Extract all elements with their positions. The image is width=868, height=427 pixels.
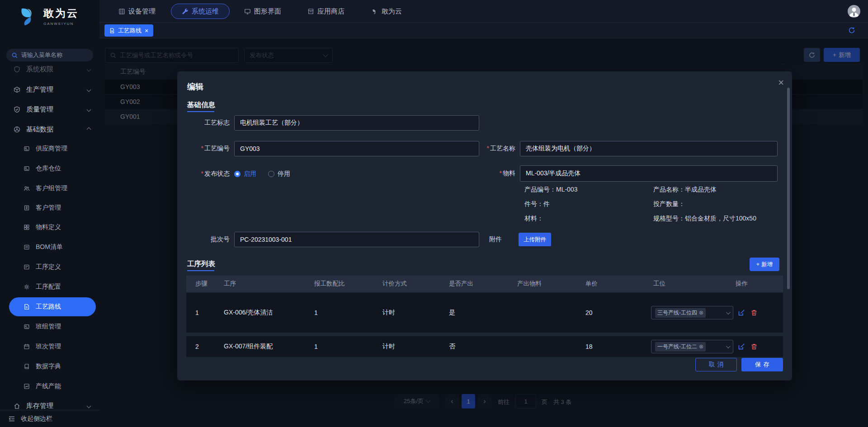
steps-section-title: 工序列表 xyxy=(187,259,215,269)
chevron-up-icon xyxy=(87,127,91,131)
doc-lines-icon xyxy=(24,264,30,270)
user-avatar[interactable] xyxy=(848,5,860,18)
boxes-icon xyxy=(24,224,30,230)
cube-icon xyxy=(14,86,20,93)
sidebar-item-supplier[interactable]: 供应商管理 xyxy=(0,141,99,157)
butterfly-icon xyxy=(372,8,378,15)
shield-check-icon xyxy=(14,106,20,113)
sidebar-item-production[interactable]: 生产管理 xyxy=(0,81,99,98)
process-code-input[interactable] xyxy=(234,141,479,156)
section-underline xyxy=(187,270,214,271)
tab-bar: 工艺路线 × xyxy=(99,23,868,38)
delete-step-icon[interactable] xyxy=(750,309,758,316)
radio-dot xyxy=(234,171,241,177)
sidebar-item-process-config[interactable]: 工序配置 xyxy=(0,279,99,295)
sidebar-item-process-route[interactable]: 工艺路线 xyxy=(9,297,96,316)
nav-item-system-ops[interactable]: 系统运维 xyxy=(171,4,230,19)
product-code-info: 产品编号：ML-003 xyxy=(524,186,577,194)
modal-scrollbar[interactable] xyxy=(787,88,790,289)
process-flag-input[interactable] xyxy=(234,115,479,131)
publish-status-label: *发布状态 xyxy=(184,170,230,178)
edit-step-icon[interactable] xyxy=(738,309,745,316)
tab-close-icon[interactable]: × xyxy=(145,28,148,34)
menu-search-placeholder: 请输入菜单名称 xyxy=(21,51,62,59)
process-flag-label: 工艺标志 xyxy=(184,119,230,127)
edit-step-icon[interactable] xyxy=(738,343,745,350)
part-no-info: 件号：件 xyxy=(524,200,550,208)
collapse-sidebar-button[interactable]: 收起侧边栏 xyxy=(0,410,99,427)
nav-item-app-store[interactable]: 应用商店 xyxy=(307,0,344,23)
chevron-down-icon xyxy=(87,404,91,408)
chevron-down-icon xyxy=(726,344,731,348)
steps-table-header: 步骤 工序 报工数配比 计价方式 是否产出 产出物料 单价 工位 操作 xyxy=(186,276,783,292)
sidebar-item-basic-data[interactable]: 基础数据 xyxy=(0,121,99,137)
nav-item-graphic-interface[interactable]: 图形界面 xyxy=(244,0,281,23)
search-icon xyxy=(12,52,18,58)
home-icon xyxy=(14,403,20,409)
spec-model-info: 规格型号：铝合金材质，尺寸100x50 xyxy=(653,215,756,223)
station-tag: 三号产线-工位四 ⊗ xyxy=(655,308,706,318)
doc-lines-icon xyxy=(24,244,30,250)
sidebar-item-team[interactable]: 班组管理 xyxy=(0,319,99,335)
chart-icon xyxy=(24,383,30,389)
sidebar-item-warehouse[interactable]: 仓库仓位 xyxy=(0,160,99,177)
save-button[interactable]: 保存 xyxy=(741,358,783,371)
radio-dot xyxy=(268,171,274,177)
cancel-button[interactable]: 取消 xyxy=(695,358,737,371)
add-step-button[interactable]: + 新增 xyxy=(750,258,779,271)
radio-disabled[interactable]: 停用 xyxy=(268,170,290,178)
contact-icon xyxy=(24,205,30,211)
nav-item-ganweiyun[interactable]: 敢为云 xyxy=(372,0,402,23)
brand-subtitle: GANWEIYUN xyxy=(43,22,79,26)
sidebar-item-dictionary[interactable]: 数据字典 xyxy=(0,358,99,375)
sidebar-item-system-permission[interactable]: 系统权限 xyxy=(0,61,99,77)
book-icon xyxy=(24,363,30,370)
store-icon xyxy=(307,8,314,15)
station-select[interactable]: 一号产线-工位二 ⊗ xyxy=(651,340,733,353)
menu-search-input[interactable]: 请输入菜单名称 xyxy=(6,49,93,61)
sidebar-item-customer-group[interactable]: 客户组管理 xyxy=(0,180,99,197)
process-name-input[interactable] xyxy=(520,141,778,156)
butterfly-logo-icon xyxy=(19,5,39,27)
close-icon[interactable]: × xyxy=(778,78,784,88)
users-icon xyxy=(24,185,30,192)
upload-attachment-button[interactable]: 上传附件 xyxy=(519,233,551,246)
batch-no-input[interactable] xyxy=(234,232,479,247)
card-icon xyxy=(24,165,30,172)
tag-remove-icon[interactable]: ⊗ xyxy=(699,310,703,316)
attachment-label: 附件 xyxy=(462,235,502,244)
tag-remove-icon[interactable]: ⊗ xyxy=(699,343,703,350)
chevron-down-icon xyxy=(726,310,731,314)
section-underline xyxy=(187,111,214,112)
edit-dialog: × 编辑 基础信息 工艺标志 *工艺编号 *工艺名称 *发布状态 启用 停用 *… xyxy=(177,71,792,380)
tab-process-route[interactable]: 工艺路线 × xyxy=(104,24,153,37)
material-input[interactable] xyxy=(520,165,778,182)
dialog-title: 编辑 xyxy=(187,81,203,92)
step-row: 2 GX-007/组件装配 1 计时 否 18 一号产线-工位二 ⊗ xyxy=(186,336,783,357)
sidebar-item-quality[interactable]: 质量管理 xyxy=(0,101,99,117)
refresh-tab-icon[interactable] xyxy=(848,27,855,34)
sidebar-item-capacity[interactable]: 产线产能 xyxy=(0,378,99,394)
basic-info-section-title: 基础信息 xyxy=(187,100,215,110)
sidebar-item-customer[interactable]: 客户管理 xyxy=(0,200,99,216)
brand-logo: 敢为云 GANWEIYUN xyxy=(19,5,79,27)
process-code-label: *工艺编号 xyxy=(184,145,230,153)
monitor-icon xyxy=(244,8,251,15)
chevron-down-icon xyxy=(87,87,91,92)
card-icon xyxy=(24,145,30,152)
station-tag: 一号产线-工位二 ⊗ xyxy=(655,342,706,352)
calendar-icon xyxy=(24,343,30,350)
station-select[interactable]: 三号产线-工位四 ⊗ xyxy=(651,306,733,319)
radio-enabled[interactable]: 启用 xyxy=(234,170,256,178)
sidebar-item-process-define[interactable]: 工序定义 xyxy=(0,259,99,275)
sidebar-item-material[interactable]: 物料定义 xyxy=(0,219,99,235)
production-qty-info: 投产数量： xyxy=(653,200,685,208)
nav-item-device-management[interactable]: 设备管理 xyxy=(118,0,156,23)
delete-step-icon[interactable] xyxy=(750,343,758,350)
collapse-icon xyxy=(8,415,15,422)
gear-icon xyxy=(24,284,30,290)
sidebar-item-shift[interactable]: 班次管理 xyxy=(0,338,99,355)
sidebar-item-bom[interactable]: BOM清单 xyxy=(0,239,99,255)
step-row: 1 GX-006/壳体清洁 1 计时 是 20 三号产线-工位四 ⊗ xyxy=(186,293,783,333)
device-icon xyxy=(118,8,125,15)
